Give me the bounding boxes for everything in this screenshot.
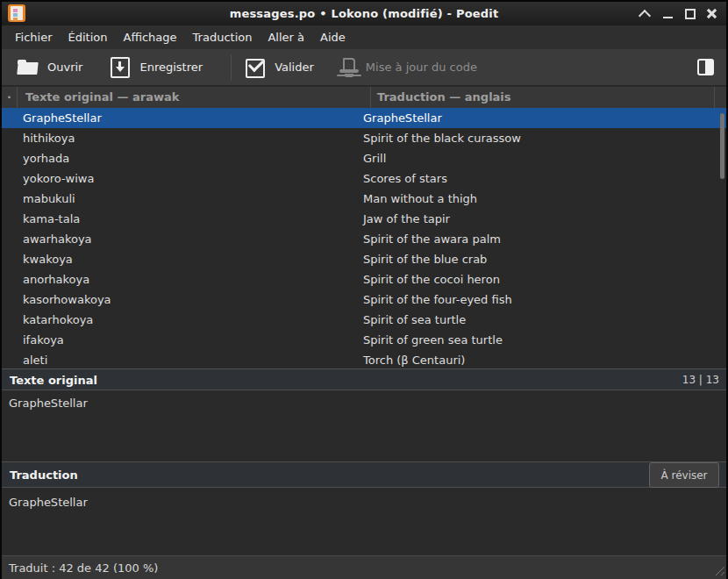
column-separator xyxy=(714,87,715,108)
validate-check-icon xyxy=(246,59,265,78)
row-translation-text: Spirit of the four-eyed fish xyxy=(356,293,726,306)
translation-panel-header: Traduction À réviser xyxy=(2,461,726,488)
row-translation-text: Spirit of sea turtle xyxy=(356,313,726,326)
row-translation-text: GrapheStellar xyxy=(356,111,726,125)
source-text-view[interactable]: GrapheStellar xyxy=(2,390,726,461)
table-row[interactable]: aleti Torch (β Centauri) xyxy=(2,350,726,368)
validate-button-label: Valider xyxy=(275,61,314,74)
menu-item[interactable]: Édition xyxy=(61,27,116,47)
needs-work-toggle[interactable]: À réviser xyxy=(649,462,719,488)
grid-header: · Texte original — arawak Traduction — a… xyxy=(2,87,726,108)
row-translation-text: Spirit of the black curassow xyxy=(356,132,726,145)
toolbar: Ouvrir Enregistrer Valider Mise à jour d… xyxy=(2,49,726,86)
update-from-code-button: Mise à jour du code xyxy=(342,58,477,77)
maximize-icon xyxy=(685,9,696,19)
translation-column-header[interactable]: Traduction — anglais xyxy=(377,87,511,108)
validate-button[interactable]: Valider xyxy=(246,57,314,78)
close-icon xyxy=(706,8,717,19)
row-source-text: hithikoya xyxy=(2,132,356,145)
statusbar: Traduit : 42 de 42 (100 %) xyxy=(2,555,726,579)
toolbar-separator xyxy=(231,54,232,81)
row-translation-text: Jaw of the tapir xyxy=(356,212,726,225)
translation-list: GrapheStellar GrapheStellar hithikoya Sp… xyxy=(2,108,726,368)
row-translation-text: Man without a thigh xyxy=(356,192,726,205)
open-button[interactable]: Ouvrir xyxy=(18,60,82,75)
row-source-text: awarhakoya xyxy=(2,232,356,246)
row-source-text: kama-tala xyxy=(2,212,356,225)
save-icon xyxy=(111,57,130,78)
row-source-text: ifakoya xyxy=(2,333,356,347)
column-separator[interactable] xyxy=(370,87,371,108)
minimize-button[interactable] xyxy=(657,2,678,25)
list-scrollbar-thumb[interactable] xyxy=(720,113,724,179)
marker-column-header[interactable]: · xyxy=(2,87,18,108)
row-translation-text: Spirit of the awara palm xyxy=(356,232,726,246)
table-row[interactable]: ifakoya Spirit of green sea turtle xyxy=(2,330,726,350)
row-translation-text: Spirit of the cocoi heron xyxy=(356,273,726,286)
shade-window-button[interactable] xyxy=(634,2,655,25)
row-translation-text: Torch (β Centauri) xyxy=(356,354,726,367)
row-source-text: anorhakoya xyxy=(2,273,356,286)
table-row[interactable]: anorhakoya Spirit of the cocoi heron xyxy=(2,269,726,290)
source-panel-title: Texte original xyxy=(10,373,97,386)
row-source-text: aleti xyxy=(2,354,356,367)
table-row[interactable]: katarhokoya Spirit of sea turtle xyxy=(2,310,726,330)
row-source-text: kasorhowakoya xyxy=(2,293,356,306)
table-row[interactable]: awarhakoya Spirit of the awara palm xyxy=(2,229,726,249)
chevron-up-icon xyxy=(639,10,651,22)
update-from-code-icon xyxy=(342,58,356,77)
row-source-text: yorhada xyxy=(2,152,356,165)
entry-counter: 13 | 13 xyxy=(682,374,719,386)
minimize-icon xyxy=(663,17,673,18)
translation-text-editor[interactable]: GrapheStellar xyxy=(2,488,726,554)
translation-panel-title: Traduction xyxy=(10,468,78,482)
table-row[interactable]: GrapheStellar GrapheStellar xyxy=(2,108,726,128)
menubar: FichierÉditionAffichageTraductionAller à… xyxy=(2,25,726,49)
row-source-text: yokoro-wiwa xyxy=(2,172,356,185)
table-row[interactable]: mabukuli Man without a thigh xyxy=(2,189,726,209)
menu-item[interactable]: Aller à xyxy=(260,27,312,47)
maximize-button[interactable] xyxy=(680,2,701,25)
save-button[interactable]: Enregistrer xyxy=(111,57,203,78)
table-row[interactable]: kama-tala Jaw of the tapir xyxy=(2,209,726,229)
table-row[interactable]: hithikoya Spirit of the black curassow xyxy=(2,128,726,148)
source-column-header[interactable]: Texte original — arawak xyxy=(25,87,179,108)
row-translation-text: Scores of stars xyxy=(356,172,726,185)
row-translation-text: Spirit of the blue crab xyxy=(356,253,726,266)
menu-item[interactable]: Aide xyxy=(312,27,353,47)
menu-item[interactable]: Affichage xyxy=(115,27,184,47)
sidebar-toggle-icon[interactable] xyxy=(697,59,714,75)
translation-progress-text: Traduit : 42 de 42 (100 %) xyxy=(9,561,158,575)
row-translation-text: Spirit of green sea turtle xyxy=(356,333,726,347)
row-source-text: mabukuli xyxy=(2,192,356,205)
source-panel-header: Texte original 13 | 13 xyxy=(2,368,726,390)
row-source-text: katarhokoya xyxy=(2,313,356,326)
table-row[interactable]: yokoro-wiwa Scores of stars xyxy=(2,168,726,189)
menu-item[interactable]: Fichier xyxy=(7,27,61,47)
open-button-label: Ouvrir xyxy=(47,61,82,74)
row-translation-text: Grill xyxy=(356,152,726,165)
table-row[interactable]: kasorhowakoya Spirit of the four-eyed fi… xyxy=(2,290,726,310)
update-from-code-label: Mise à jour du code xyxy=(366,61,477,74)
titlebar: messages.po • Lokono (modifié) - Poedit xyxy=(2,2,726,25)
row-source-text: kwakoya xyxy=(2,253,356,266)
folder-open-icon xyxy=(18,60,38,75)
save-button-label: Enregistrer xyxy=(139,61,203,74)
table-row[interactable]: kwakoya Spirit of the blue crab xyxy=(2,249,726,269)
row-source-text: GrapheStellar xyxy=(2,111,356,125)
window-title: messages.po • Lokono (modifié) - Poedit xyxy=(2,7,726,20)
table-row[interactable]: yorhada Grill xyxy=(2,148,726,168)
poedit-window: messages.po • Lokono (modifié) - Poedit … xyxy=(0,0,728,579)
menu-item[interactable]: Traduction xyxy=(185,27,261,47)
close-button[interactable] xyxy=(701,2,722,25)
poedit-app-icon xyxy=(8,4,25,22)
